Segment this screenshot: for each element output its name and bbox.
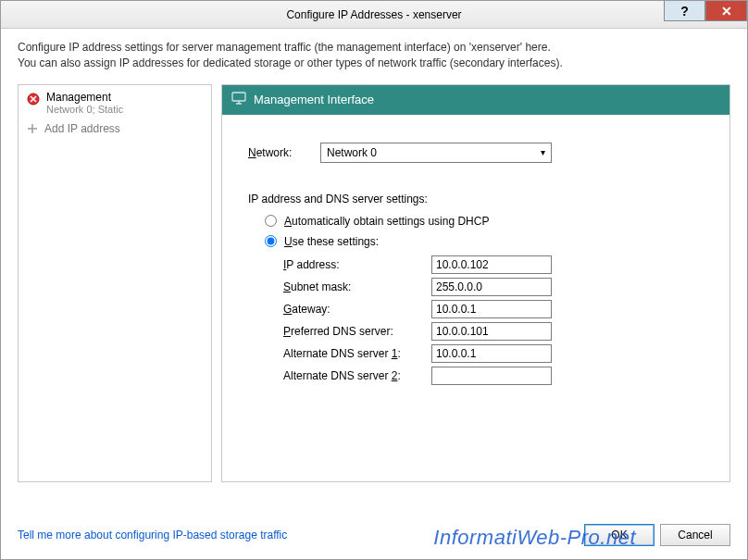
gateway-row: Gateway: [283,300,704,318]
pdns-input[interactable] [431,322,552,341]
pdns-row: Preferred DNS server: [283,322,704,341]
sidebar-add-label: Add IP address [44,122,120,135]
gateway-input[interactable] [431,300,552,318]
pdns-label: Preferred DNS server: [283,325,431,338]
description-line2: You can also assign IP addresses for ded… [18,56,730,71]
sidebar-item-label: Management [46,91,123,104]
adns1-label: Alternate DNS server 1: [283,347,431,360]
titlebar: Configure IP Addresses - xenserver ? ✕ [1,1,747,29]
radio-static-label: Use these settings: [284,235,379,248]
adns2-row: Alternate DNS server 2: [283,367,704,385]
pane-header-title: Management Interface [254,93,374,106]
sidebar-add-ip[interactable]: Add IP address [19,117,211,139]
help-button[interactable]: ? [664,1,705,21]
chevron-down-icon: ▾ [541,147,545,157]
radio-static-input[interactable] [265,235,277,247]
subnet-row: Subnet mask: [283,278,704,296]
static-fields: IP address: Subnet mask: Gateway: Prefer… [283,255,704,385]
radio-dhcp[interactable]: Automatically obtain settings using DHCP [265,215,704,228]
interface-list: Management Network 0; Static Add IP addr… [18,84,212,482]
network-row: Network: Network 0 ▾ [248,143,704,163]
network-select-value: Network 0 [327,146,377,159]
description-text: Configure IP address settings for server… [1,29,747,84]
network-select[interactable]: Network 0 ▾ [320,143,552,163]
description-line1: Configure IP address settings for server… [18,40,730,56]
window-buttons: ? ✕ [664,1,747,21]
footer-buttons: OK Cancel [584,524,730,546]
svg-rect-1 [232,93,245,101]
adns1-row: Alternate DNS server 1: [283,344,704,363]
footer: Tell me more about configuring IP-based … [18,524,730,546]
subnet-label: Subnet mask: [283,280,431,293]
content-area: Management Network 0; Static Add IP addr… [1,84,747,482]
pane-header: Management Interface [222,85,729,115]
window-title: Configure IP Addresses - xenserver [1,8,747,21]
pane-body: Network: Network 0 ▾ IP address and DNS … [222,115,729,398]
ok-button[interactable]: OK [584,524,654,546]
management-icon [26,92,41,106]
adns1-input[interactable] [431,344,552,363]
radio-dhcp-input[interactable] [265,215,277,227]
adns2-label: Alternate DNS server 2: [283,369,431,382]
sidebar-item-management[interactable]: Management Network 0; Static [19,89,211,117]
main-pane: Management Interface Network: Network 0 … [221,84,730,482]
radio-dhcp-label: Automatically obtain settings using DHCP [284,215,489,228]
interface-icon [231,91,246,108]
subnet-input[interactable] [431,278,552,296]
ip-label: IP address: [283,258,431,271]
ip-input[interactable] [431,255,552,274]
radio-static[interactable]: Use these settings: [265,235,704,248]
add-icon [26,122,39,135]
close-button[interactable]: ✕ [705,1,747,21]
cancel-button[interactable]: Cancel [660,524,730,546]
gateway-label: Gateway: [283,303,431,316]
ip-row: IP address: [283,255,704,274]
sidebar-item-sublabel: Network 0; Static [46,104,123,115]
adns2-input[interactable] [431,367,552,385]
network-label: Network: [248,146,307,159]
help-link[interactable]: Tell me more about configuring IP-based … [18,529,287,541]
ip-settings-label: IP address and DNS server settings: [248,193,704,205]
